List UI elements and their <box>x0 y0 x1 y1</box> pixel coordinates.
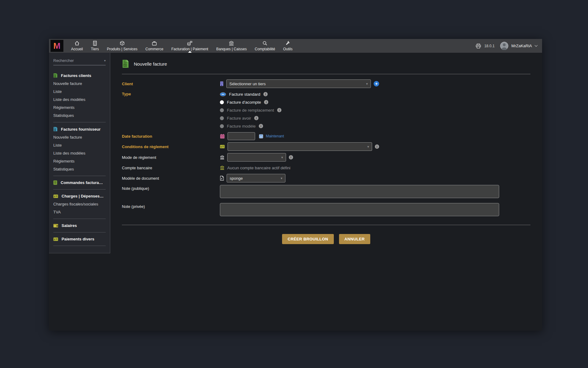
nav-label: Commerce <box>145 47 164 51</box>
client-select[interactable]: Sélectionner un tiers ▾ <box>226 79 371 88</box>
divider <box>53 189 106 190</box>
note-public-row: Note (publique) <box>122 185 530 198</box>
bank-account-value: Aucun compte bancaire actif défini <box>227 166 290 170</box>
invoice-type-option: Facture d'acompte i <box>220 98 281 106</box>
sidebar-section-commandes[interactable]: Commandes factura… <box>49 179 110 186</box>
nav-item-comptabilite[interactable]: Comptabilité <box>251 39 279 53</box>
briefcase-icon <box>152 41 157 46</box>
topbar-right-tools: 18.0.1 MrZaKaRiA <box>476 42 542 50</box>
divider <box>122 225 530 225</box>
radio-facture-acompte[interactable] <box>220 100 224 104</box>
sidebar-section-factures-clients[interactable]: $ Factures clients <box>49 71 110 79</box>
note-public-textarea[interactable] <box>220 185 499 198</box>
thirdparty-building-icon <box>220 81 224 86</box>
sidebar-item-nouvelle-facture[interactable]: Nouvelle facture <box>49 79 110 87</box>
doc-model-value: sponge <box>230 176 243 181</box>
date-label: Date facturation <box>122 134 220 139</box>
divider <box>53 122 106 122</box>
calendar-icon <box>220 134 225 139</box>
cancel-button[interactable]: ANNULER <box>339 234 370 244</box>
nav-item-outils[interactable]: Outils <box>279 39 297 53</box>
chevron-down-icon[interactable] <box>535 44 538 47</box>
info-icon[interactable]: i <box>254 116 258 120</box>
radio-facture-standard[interactable] <box>220 92 226 96</box>
note-private-label: Note (privée) <box>122 203 220 209</box>
info-icon[interactable]: i <box>264 100 268 104</box>
chevron-down-icon: ▾ <box>281 155 283 159</box>
sidebar-item-liste[interactable]: Liste <box>49 87 110 95</box>
sidebar-search-combobox[interactable]: Rechercher ▾ <box>53 58 106 65</box>
username[interactable]: MrZaKaRiA <box>511 44 532 48</box>
radio-facture-avoir <box>220 116 224 120</box>
svg-text:$: $ <box>55 129 55 131</box>
nav-label: Comptabilité <box>255 47 275 51</box>
client-label: Client <box>122 81 220 86</box>
sidebar-item-liste-fournisseur[interactable]: Liste <box>49 141 110 149</box>
add-thirdparty-button[interactable]: + <box>374 81 379 86</box>
sidebar-item-tva[interactable]: TVA <box>49 208 110 216</box>
option-label: Facture standard <box>229 92 260 97</box>
form-actions: CRÉER BROUILLON ANNULER <box>122 234 530 244</box>
calendar-now-icon[interactable] <box>259 134 263 138</box>
nav-item-facturation-paiement[interactable]: Facturation | Paiement <box>167 39 212 53</box>
search-placeholder: Rechercher <box>53 58 74 63</box>
sidebar-item-statistiques[interactable]: Statistiques <box>49 111 110 119</box>
chevron-down-icon: ▾ <box>281 176 282 180</box>
nav-item-tiers[interactable]: Tiers <box>87 39 103 53</box>
sidebar-item-charges-fiscales-sociales[interactable]: Charges fiscales/sociales <box>49 200 110 208</box>
doc-model-row: Modèle de document sponge ▾ <box>122 174 530 182</box>
sidebar-section-paiements-divers[interactable]: $ Paiements divers <box>49 235 110 243</box>
payments-icon: $ <box>53 237 58 241</box>
date-row: Date facturation Maintenant <box>122 132 530 140</box>
invoice-green-icon: $ <box>122 59 129 68</box>
sidebar-item-reglements[interactable]: Règlements <box>49 103 110 111</box>
nav-item-accueil[interactable]: Accueil <box>67 39 87 53</box>
sidebar-item-liste-des-modeles[interactable]: Liste des modèles <box>49 95 110 103</box>
type-label: Type <box>122 90 220 96</box>
nav-label: Facturation | Paiement <box>171 47 208 51</box>
divider <box>53 176 106 176</box>
invoice-date-input[interactable] <box>228 132 255 140</box>
sidebar-section-factures-fournisseur[interactable]: $ Factures fournisseur <box>49 125 110 133</box>
info-icon[interactable]: i <box>289 155 293 159</box>
printer-icon[interactable] <box>476 44 481 48</box>
wallet-icon <box>53 224 58 228</box>
sidebar-item-liste-des-modeles-fournisseur[interactable]: Liste des modèles <box>49 149 110 157</box>
doc-model-select[interactable]: sponge ▾ <box>227 174 285 182</box>
nav-label: Accueil <box>71 47 83 51</box>
sidebar-section-salaires[interactable]: Salaires <box>49 222 110 229</box>
sidebar-item-reglements-fournisseur[interactable]: Règlements <box>49 157 110 165</box>
note-private-textarea[interactable] <box>220 203 499 216</box>
avatar[interactable] <box>500 42 508 50</box>
nav-item-banques-caisses[interactable]: Banques | Caisses <box>212 39 251 53</box>
section-title: Charges | Dépenses… <box>62 194 104 198</box>
logo-m-glyph: M <box>53 42 60 50</box>
info-icon[interactable]: i <box>263 92 268 96</box>
sidebar-section-charges-depenses[interactable]: $ Charges | Dépenses… <box>49 192 110 200</box>
info-icon[interactable]: i <box>375 144 379 149</box>
nav-item-produits-services[interactable]: Produits | Services <box>103 39 141 53</box>
payment-terms-select[interactable]: ▾ <box>228 142 372 151</box>
invoice-green-icon: $ <box>53 73 58 78</box>
nav-label: Outils <box>283 47 293 51</box>
now-link[interactable]: Maintenant <box>266 134 284 138</box>
option-label: Facture de remplacement <box>227 108 274 113</box>
cube-icon <box>120 41 125 46</box>
page-title: Nouvelle facture <box>134 61 167 67</box>
svg-text:$: $ <box>54 195 55 197</box>
option-label: Facture d'acompte <box>227 100 261 105</box>
create-draft-button[interactable]: CRÉER BROUILLON <box>282 234 334 244</box>
info-icon[interactable]: i <box>259 124 263 128</box>
info-icon[interactable]: i <box>277 108 281 112</box>
nav-label: Tiers <box>91 47 99 51</box>
dolibarr-logo[interactable]: M <box>51 40 63 52</box>
divider <box>53 246 106 246</box>
payment-mode-select[interactable]: ▾ <box>227 153 286 162</box>
sidebar-item-nouvelle-facture-fournisseur[interactable]: Nouvelle facture <box>49 133 110 141</box>
document-icon <box>220 176 224 181</box>
payment-terms-icon: $ <box>220 145 225 148</box>
invoice-blue-icon: $ <box>53 127 58 132</box>
nav-item-commerce[interactable]: Commerce <box>141 39 168 53</box>
sidebar-item-statistiques-fournisseur[interactable]: Statistiques <box>49 165 110 173</box>
chevron-down-icon: ▾ <box>367 145 369 149</box>
